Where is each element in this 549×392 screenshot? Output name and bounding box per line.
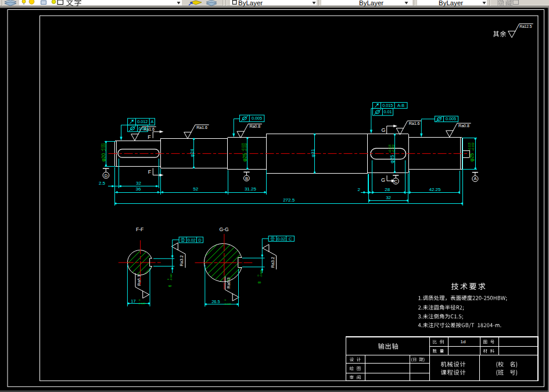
svg-text:F-F: F-F: [136, 226, 143, 232]
svg-text:+0.015: +0.015: [389, 144, 392, 153]
svg-text:28: 28: [385, 187, 390, 192]
svg-text:φ31: φ31: [310, 149, 315, 157]
svg-text:32: 32: [386, 195, 391, 200]
svg-text:G: G: [381, 177, 385, 183]
svg-text:A-B: A-B: [397, 103, 404, 108]
svg-text:0.005: 0.005: [252, 116, 262, 121]
svg-text:+0.002: +0.002: [104, 143, 107, 152]
svg-text:2.5: 2.5: [99, 181, 106, 186]
svg-text:Ra3.2: Ra3.2: [271, 257, 275, 268]
svg-text:26.5: 26.5: [211, 299, 220, 304]
svg-text:6: 6: [168, 285, 172, 287]
svg-text:0.02: 0.02: [188, 238, 196, 243]
svg-text:-0.043: -0.043: [260, 269, 263, 277]
svg-text:52: 52: [193, 186, 198, 192]
svg-text:Ra12.5: Ra12.5: [519, 24, 532, 28]
svg-text:32: 32: [136, 181, 141, 186]
svg-text:0.005: 0.005: [446, 116, 456, 121]
svg-text:φ20: φ20: [101, 153, 106, 161]
svg-text:-0.043: -0.043: [138, 302, 146, 305]
svg-text:D: D: [198, 238, 201, 243]
svg-text:G: G: [381, 127, 385, 133]
svg-text:+0.002: +0.002: [392, 144, 395, 153]
svg-text:φ24: φ24: [189, 149, 195, 157]
svg-text:+0.002: +0.002: [472, 142, 475, 151]
svg-text:F: F: [148, 134, 151, 140]
svg-text:+0.002: +0.002: [245, 143, 247, 152]
svg-text:A: A: [473, 176, 476, 181]
svg-text:G-G: G-G: [219, 226, 228, 232]
svg-text:-0.043: -0.043: [170, 274, 173, 281]
svg-text:17: 17: [131, 299, 135, 304]
svg-text:ByLayer: ByLayer: [439, 0, 463, 6]
svg-text:2: 2: [357, 187, 360, 192]
svg-text:8: 8: [257, 281, 261, 283]
svg-text:272.5: 272.5: [283, 197, 295, 203]
svg-text:-0.043: -0.043: [224, 303, 231, 305]
svg-text:φ25: φ25: [242, 153, 247, 161]
svg-text:Ra3.2: Ra3.2: [180, 255, 184, 266]
svg-text:Ra0.8: Ra0.8: [249, 124, 260, 128]
svg-text:B: B: [245, 176, 248, 181]
svg-text:φ25: φ25: [390, 154, 395, 163]
svg-text:Ra0.8: Ra0.8: [458, 124, 469, 128]
svg-text:D: D: [105, 173, 108, 178]
svg-text:+0.015: +0.015: [468, 142, 471, 151]
svg-text:42.25: 42.25: [429, 187, 441, 192]
svg-text:ByLayer: ByLayer: [359, 0, 383, 6]
svg-text:0.015: 0.015: [382, 103, 393, 108]
svg-text:A: A: [150, 119, 153, 124]
svg-text:F: F: [148, 169, 152, 175]
svg-text:C: C: [394, 179, 397, 184]
svg-text:0.01: 0.01: [138, 126, 146, 131]
svg-text:C: C: [289, 236, 292, 242]
svg-text:36: 36: [136, 186, 141, 192]
svg-text:Ra1.6: Ra1.6: [196, 125, 207, 130]
svg-text:φ25: φ25: [469, 153, 475, 161]
svg-text:ByLayer: ByLayer: [238, 0, 263, 6]
svg-text:1d: 1d: [461, 339, 466, 344]
svg-text:Ra1.6: Ra1.6: [409, 121, 420, 125]
svg-text:0.01: 0.01: [384, 109, 392, 114]
svg-text:0.012: 0.012: [137, 119, 148, 124]
svg-text:31.25: 31.25: [245, 186, 257, 192]
svg-text:0.02: 0.02: [277, 236, 285, 242]
